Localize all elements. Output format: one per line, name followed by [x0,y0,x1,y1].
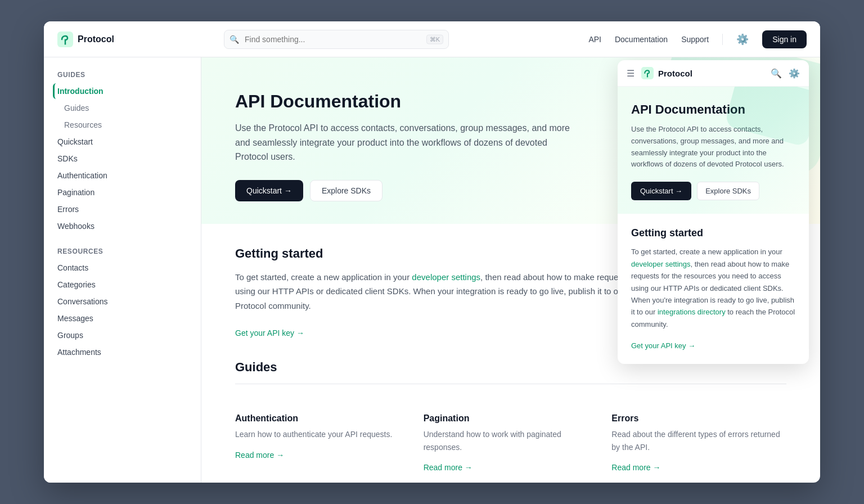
top-nav: Protocol 🔍 ⌘K API Documentation Support … [44,21,820,57]
panel-quickstart-button[interactable]: Quickstart → [631,182,691,200]
guide-card-pagination: Pagination Understand how to work with p… [424,402,598,483]
guides-grid: Authentication Learn how to authenticate… [235,402,786,483]
resources-section: Resources Contacts Categories Conversati… [53,248,192,360]
guide-card-errors: Errors Read about the different types of… [611,402,786,483]
search-icon: 🔍 [230,35,239,44]
developer-settings-link[interactable]: developer settings [412,272,480,282]
panel-developer-settings-link[interactable]: developer settings [631,260,691,268]
panel-gear-icon[interactable]: ⚙️ [789,68,800,79]
guides-divider [235,384,786,384]
sidebar-item-pagination[interactable]: Pagination [53,184,192,200]
nav-link-support[interactable]: Support [681,35,709,44]
nav-link-api[interactable]: API [588,35,601,44]
guide-pagination-title: Pagination [424,413,598,424]
nav-divider [722,34,723,45]
read-more-errors[interactable]: Read more → [611,463,660,472]
sidebar-item-guides[interactable]: Guides [53,100,192,116]
sidebar-item-attachments[interactable]: Attachments [53,344,192,360]
app-window: Protocol 🔍 ⌘K API Documentation Support … [44,21,820,483]
search-input[interactable] [224,30,449,49]
guide-errors-title: Errors [611,413,786,424]
panel-hero-title: API Documentation [631,102,795,117]
explore-sdks-button[interactable]: Explore SDKs [310,180,382,201]
panel-body: Getting started To get started, create a… [618,214,809,364]
sidebar-item-groups[interactable]: Groups [53,327,192,343]
panel-buttons: Quickstart → Explore SDKs [631,182,795,200]
panel-logo-icon [641,67,654,79]
sidebar-item-quickstart[interactable]: Quickstart [53,134,192,150]
logo-area: Protocol [57,32,215,47]
panel-logo-area: Protocol [641,67,771,79]
sidebar-item-sdks[interactable]: SDKs [53,151,192,166]
panel-logo-text: Protocol [658,69,692,78]
nav-links: API Documentation Support ⚙️ Sign in [588,30,807,48]
sidebar-item-introduction[interactable]: Introduction [53,83,192,99]
panel-icons: 🔍 ⚙️ [771,68,800,79]
read-more-pagination[interactable]: Read more → [424,463,472,472]
search-kbd: ⌘K [426,34,443,44]
logo-text: Protocol [78,34,114,44]
sign-in-button[interactable]: Sign in [762,30,807,48]
quickstart-button[interactable]: Quickstart → [235,180,303,201]
guide-authentication-desc: Learn how to authenticate your API reque… [235,428,410,440]
panel-search-icon[interactable]: 🔍 [771,68,782,79]
floating-panel: ☰ Protocol 🔍 ⚙️ API [618,60,809,364]
guide-errors-desc: Read about the different types of errors… [611,428,786,453]
panel-menu-icon[interactable]: ☰ [627,68,634,79]
guides-section: Guides Introduction Guides Resources Qui… [53,71,192,234]
panel-integrations-link[interactable]: integrations directory [658,308,726,316]
sidebar-item-conversations[interactable]: Conversations [53,294,192,309]
guides-section-title: Guides [53,71,192,79]
hero-description: Use the Protocol API to access contacts,… [235,121,573,164]
svg-point-1 [65,43,66,44]
resources-section-title: Resources [53,248,192,255]
panel-topbar: ☰ Protocol 🔍 ⚙️ [618,60,809,87]
sidebar-item-authentication[interactable]: Authentication [53,168,192,183]
svg-point-3 [647,76,648,77]
panel-hero: API Documentation Use the Protocol API t… [618,87,809,214]
content-area: API Documentation Use the Protocol API t… [201,57,820,483]
sidebar-item-messages[interactable]: Messages [53,310,192,326]
search-bar: 🔍 ⌘K [224,30,449,49]
guide-authentication-title: Authentication [235,413,410,424]
gear-icon[interactable]: ⚙️ [736,33,749,46]
get-api-key-link[interactable]: Get your API key → [235,328,304,338]
panel-hero-desc: Use the Protocol API to access contacts,… [631,124,795,170]
sidebar-item-categories[interactable]: Categories [53,277,192,292]
panel-getting-started-desc: To get started, create a new application… [631,246,795,330]
sidebar-item-contacts[interactable]: Contacts [53,260,192,276]
sidebar-item-resources[interactable]: Resources [53,117,192,133]
panel-explore-button[interactable]: Explore SDKs [697,182,759,200]
logo-icon [57,32,73,47]
panel-getting-started-title: Getting started [631,227,795,239]
guide-pagination-desc: Understand how to work with paginated re… [424,428,598,453]
guide-card-authentication: Authentication Learn how to authenticate… [235,402,410,483]
nav-link-documentation[interactable]: Documentation [615,35,668,44]
main-layout: Guides Introduction Guides Resources Qui… [44,57,820,483]
sidebar-item-errors[interactable]: Errors [53,201,192,217]
read-more-authentication[interactable]: Read more → [235,451,284,460]
panel-get-api-link[interactable]: Get your API key → [631,341,695,350]
sidebar: Guides Introduction Guides Resources Qui… [44,57,201,483]
sidebar-item-webhooks[interactable]: Webhooks [53,218,192,234]
